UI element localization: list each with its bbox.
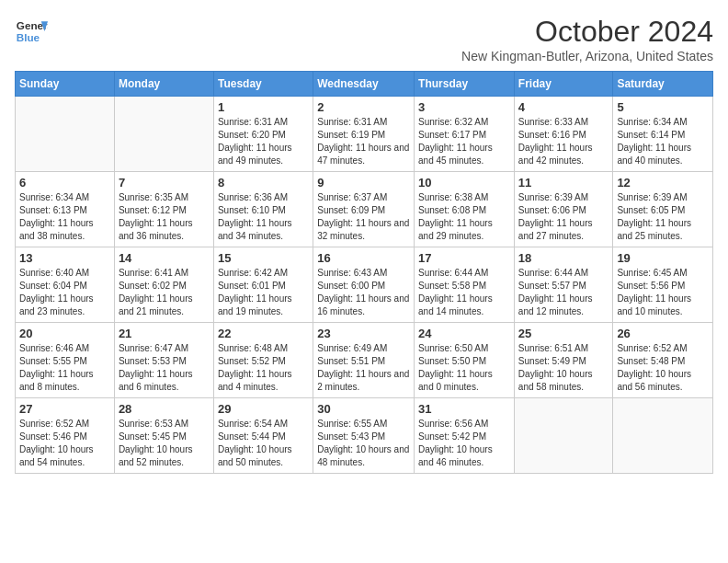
day-number: 31 bbox=[418, 402, 510, 416]
page-header: General Blue October 2024 New Kingman-Bu… bbox=[15, 15, 713, 63]
calendar-day-cell: 16Sunrise: 6:43 AMSunset: 6:00 PMDayligh… bbox=[313, 247, 415, 323]
title-block: October 2024 New Kingman-Butler, Arizona… bbox=[461, 15, 713, 63]
calendar-day-cell: 23Sunrise: 6:49 AMSunset: 5:51 PMDayligh… bbox=[313, 323, 415, 398]
calendar-day-cell: 11Sunrise: 6:39 AMSunset: 6:06 PMDayligh… bbox=[514, 172, 613, 247]
day-number: 30 bbox=[317, 402, 410, 416]
calendar-day-cell: 14Sunrise: 6:41 AMSunset: 6:02 PMDayligh… bbox=[114, 247, 213, 323]
day-number: 4 bbox=[518, 100, 609, 114]
day-info: Sunrise: 6:39 AMSunset: 6:05 PMDaylight:… bbox=[617, 191, 709, 243]
day-number: 20 bbox=[19, 327, 110, 340]
calendar-day-cell: 8Sunrise: 6:36 AMSunset: 6:10 PMDaylight… bbox=[213, 172, 313, 247]
day-info: Sunrise: 6:52 AMSunset: 5:48 PMDaylight:… bbox=[617, 342, 709, 394]
day-info: Sunrise: 6:47 AMSunset: 5:53 PMDaylight:… bbox=[119, 342, 210, 394]
day-number: 18 bbox=[518, 251, 609, 265]
calendar-day-cell: 9Sunrise: 6:37 AMSunset: 6:09 PMDaylight… bbox=[313, 172, 415, 247]
calendar-day-cell: 6Sunrise: 6:34 AMSunset: 6:13 PMDaylight… bbox=[16, 172, 115, 247]
day-info: Sunrise: 6:32 AMSunset: 6:17 PMDaylight:… bbox=[418, 116, 510, 167]
day-number: 9 bbox=[317, 176, 410, 190]
day-number: 17 bbox=[418, 251, 510, 265]
day-number: 1 bbox=[218, 100, 309, 114]
logo: General Blue bbox=[15, 15, 48, 48]
calendar-day-cell: 17Sunrise: 6:44 AMSunset: 5:58 PMDayligh… bbox=[415, 247, 515, 323]
calendar-day-cell bbox=[114, 97, 213, 172]
day-number: 19 bbox=[617, 251, 709, 265]
day-info: Sunrise: 6:42 AMSunset: 6:01 PMDaylight:… bbox=[218, 267, 309, 318]
day-info: Sunrise: 6:43 AMSunset: 6:00 PMDaylight:… bbox=[317, 267, 410, 318]
weekday-header: Monday bbox=[114, 72, 213, 97]
day-info: Sunrise: 6:45 AMSunset: 5:56 PMDaylight:… bbox=[617, 267, 709, 318]
svg-text:Blue: Blue bbox=[17, 31, 40, 43]
calendar-week-row: 6Sunrise: 6:34 AMSunset: 6:13 PMDaylight… bbox=[16, 172, 713, 247]
day-number: 28 bbox=[119, 402, 210, 416]
day-number: 22 bbox=[218, 327, 309, 340]
day-number: 5 bbox=[617, 100, 709, 114]
day-info: Sunrise: 6:50 AMSunset: 5:50 PMDaylight:… bbox=[418, 342, 510, 394]
day-number: 14 bbox=[119, 251, 210, 265]
day-number: 15 bbox=[218, 251, 309, 265]
calendar-day-cell: 31Sunrise: 6:56 AMSunset: 5:42 PMDayligh… bbox=[415, 398, 515, 474]
day-info: Sunrise: 6:33 AMSunset: 6:16 PMDaylight:… bbox=[518, 116, 609, 167]
calendar-day-cell: 19Sunrise: 6:45 AMSunset: 5:56 PMDayligh… bbox=[613, 247, 713, 323]
calendar-day-cell: 30Sunrise: 6:55 AMSunset: 5:43 PMDayligh… bbox=[313, 398, 415, 474]
day-number: 2 bbox=[317, 100, 410, 114]
calendar-day-cell: 28Sunrise: 6:53 AMSunset: 5:45 PMDayligh… bbox=[114, 398, 213, 474]
weekday-header: Sunday bbox=[16, 72, 115, 97]
day-number: 10 bbox=[418, 176, 510, 190]
calendar-day-cell: 22Sunrise: 6:48 AMSunset: 5:52 PMDayligh… bbox=[213, 323, 313, 398]
calendar-day-cell: 13Sunrise: 6:40 AMSunset: 6:04 PMDayligh… bbox=[16, 247, 115, 323]
location: New Kingman-Butler, Arizona, United Stat… bbox=[461, 49, 713, 63]
calendar-day-cell: 24Sunrise: 6:50 AMSunset: 5:50 PMDayligh… bbox=[415, 323, 515, 398]
calendar-day-cell: 15Sunrise: 6:42 AMSunset: 6:01 PMDayligh… bbox=[213, 247, 313, 323]
weekday-header: Tuesday bbox=[213, 72, 313, 97]
day-number: 3 bbox=[418, 100, 510, 114]
calendar-header: SundayMondayTuesdayWednesdayThursdayFrid… bbox=[16, 72, 713, 97]
day-info: Sunrise: 6:31 AMSunset: 6:19 PMDaylight:… bbox=[317, 116, 410, 167]
day-number: 7 bbox=[119, 176, 210, 190]
calendar-day-cell: 7Sunrise: 6:35 AMSunset: 6:12 PMDaylight… bbox=[114, 172, 213, 247]
day-info: Sunrise: 6:53 AMSunset: 5:45 PMDaylight:… bbox=[119, 418, 210, 469]
day-number: 26 bbox=[617, 327, 709, 340]
calendar-day-cell: 25Sunrise: 6:51 AMSunset: 5:49 PMDayligh… bbox=[514, 323, 613, 398]
day-info: Sunrise: 6:51 AMSunset: 5:49 PMDaylight:… bbox=[518, 342, 609, 394]
calendar-day-cell: 3Sunrise: 6:32 AMSunset: 6:17 PMDaylight… bbox=[415, 97, 515, 172]
calendar-day-cell bbox=[514, 398, 613, 474]
calendar-day-cell: 20Sunrise: 6:46 AMSunset: 5:55 PMDayligh… bbox=[16, 323, 115, 398]
calendar-day-cell bbox=[613, 398, 713, 474]
day-number: 6 bbox=[19, 176, 110, 190]
day-info: Sunrise: 6:34 AMSunset: 6:14 PMDaylight:… bbox=[617, 116, 709, 167]
day-number: 11 bbox=[518, 176, 609, 190]
calendar-week-row: 1Sunrise: 6:31 AMSunset: 6:20 PMDaylight… bbox=[16, 97, 713, 172]
calendar-day-cell: 18Sunrise: 6:44 AMSunset: 5:57 PMDayligh… bbox=[514, 247, 613, 323]
day-info: Sunrise: 6:44 AMSunset: 5:57 PMDaylight:… bbox=[518, 267, 609, 318]
day-info: Sunrise: 6:56 AMSunset: 5:42 PMDaylight:… bbox=[418, 418, 510, 469]
day-info: Sunrise: 6:39 AMSunset: 6:06 PMDaylight:… bbox=[518, 191, 609, 243]
day-info: Sunrise: 6:49 AMSunset: 5:51 PMDaylight:… bbox=[317, 342, 410, 394]
day-info: Sunrise: 6:44 AMSunset: 5:58 PMDaylight:… bbox=[418, 267, 510, 318]
weekday-header: Friday bbox=[514, 72, 613, 97]
calendar-day-cell: 1Sunrise: 6:31 AMSunset: 6:20 PMDaylight… bbox=[213, 97, 313, 172]
day-number: 21 bbox=[119, 327, 210, 340]
calendar-day-cell: 12Sunrise: 6:39 AMSunset: 6:05 PMDayligh… bbox=[613, 172, 713, 247]
weekday-header: Thursday bbox=[415, 72, 515, 97]
weekday-header: Saturday bbox=[613, 72, 713, 97]
calendar-week-row: 20Sunrise: 6:46 AMSunset: 5:55 PMDayligh… bbox=[16, 323, 713, 398]
logo-icon: General Blue bbox=[15, 15, 48, 48]
calendar-body: 1Sunrise: 6:31 AMSunset: 6:20 PMDaylight… bbox=[16, 97, 713, 474]
day-number: 8 bbox=[218, 176, 309, 190]
day-info: Sunrise: 6:34 AMSunset: 6:13 PMDaylight:… bbox=[19, 191, 110, 243]
calendar-day-cell: 2Sunrise: 6:31 AMSunset: 6:19 PMDaylight… bbox=[313, 97, 415, 172]
day-number: 25 bbox=[518, 327, 609, 340]
day-number: 13 bbox=[19, 251, 110, 265]
calendar-day-cell: 29Sunrise: 6:54 AMSunset: 5:44 PMDayligh… bbox=[213, 398, 313, 474]
calendar-day-cell: 21Sunrise: 6:47 AMSunset: 5:53 PMDayligh… bbox=[114, 323, 213, 398]
calendar-week-row: 27Sunrise: 6:52 AMSunset: 5:46 PMDayligh… bbox=[16, 398, 713, 474]
month-title: October 2024 bbox=[461, 15, 713, 49]
calendar-table: SundayMondayTuesdayWednesdayThursdayFrid… bbox=[15, 71, 713, 474]
day-number: 27 bbox=[19, 402, 110, 416]
day-info: Sunrise: 6:31 AMSunset: 6:20 PMDaylight:… bbox=[218, 116, 309, 167]
day-info: Sunrise: 6:52 AMSunset: 5:46 PMDaylight:… bbox=[19, 418, 110, 469]
calendar-week-row: 13Sunrise: 6:40 AMSunset: 6:04 PMDayligh… bbox=[16, 247, 713, 323]
day-info: Sunrise: 6:37 AMSunset: 6:09 PMDaylight:… bbox=[317, 191, 410, 243]
day-number: 29 bbox=[218, 402, 309, 416]
day-info: Sunrise: 6:48 AMSunset: 5:52 PMDaylight:… bbox=[218, 342, 309, 394]
